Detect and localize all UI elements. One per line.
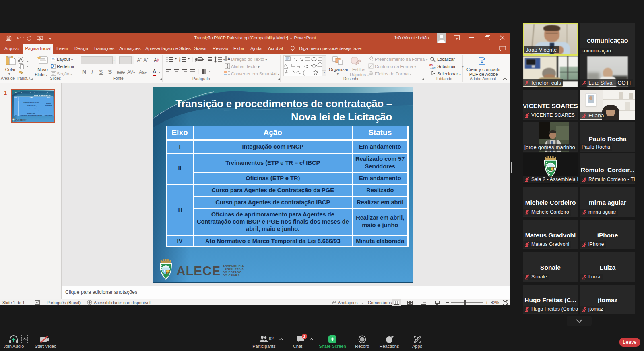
svg-text:3: 3 bbox=[179, 61, 181, 62]
svg-text:→ac: →ac bbox=[429, 66, 436, 69]
svg-text:A: A bbox=[154, 58, 157, 63]
svg-text:A: A bbox=[227, 56, 230, 61]
svg-text:ab: ab bbox=[429, 64, 433, 66]
